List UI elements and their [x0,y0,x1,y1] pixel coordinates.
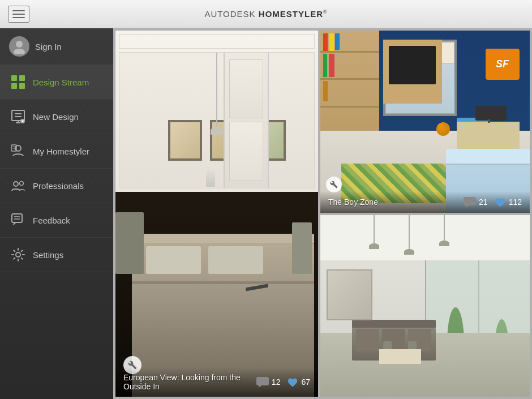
wall-art-content [328,271,371,319]
hamburger-line-1 [12,10,25,11]
sf-giants-logo: SF [486,49,520,80]
picture-1 [168,120,202,161]
chair-left [115,212,144,274]
trademark-symbol: ® [323,9,328,15]
ceiling-area [115,31,318,192]
svg-point-0 [16,41,23,48]
feedback-icon [9,211,27,229]
main-like-count: 67 [301,377,310,387]
book-3 [335,33,340,50]
pillow-2 [208,246,263,274]
modern-ceiling [320,215,530,260]
bed-stripe-1 [132,281,314,284]
pendant-1 [374,215,375,243]
heart-icon-2 [495,197,506,207]
shade-3 [439,241,449,246]
settings-label: Settings [33,250,63,260]
headboard [132,234,314,243]
sidebar-item-design-stream[interactable]: Design Stream [0,65,113,100]
main-card-stats: 12 67 [256,377,310,387]
heart-icon [287,377,298,387]
shade-1 [369,243,379,249]
new-design-label: New Design [33,112,79,122]
hamburger-line-3 [12,17,25,18]
svg-marker-25 [259,385,261,387]
shelf-2 [320,78,379,80]
sidebar: Sign In Design Stream [0,28,113,399]
dining-table [379,349,421,364]
door [224,53,269,188]
book-6 [323,81,328,101]
main-card-title: European View: Looking from the Outside … [123,373,256,391]
dining-chair-1 [383,341,392,349]
door-panel-bottom [229,122,263,181]
sidebar-item-new-design[interactable]: New Design [0,100,113,134]
dresser [383,40,442,104]
boy-zone-card-info: The Boy Zone 21 112 [320,191,530,213]
boy-zone-like-stat: 112 [495,197,522,207]
cushion-1 [356,329,379,352]
boy-zone-comment-stat: 21 [464,197,488,207]
svg-rect-2 [11,75,17,81]
pendant-2 [409,215,410,249]
svg-rect-4 [11,83,17,89]
professionals-label: Professionals [33,181,84,191]
boy-zone-card-stats: 21 112 [464,197,522,207]
top-panel [119,34,315,49]
hamburger-button[interactable] [8,6,29,23]
sidebar-item-professionals[interactable]: Professionals [0,169,113,203]
my-homestyler-label: My Homestyler [33,147,89,156]
main-room-scene [115,31,318,397]
svg-rect-24 [256,377,269,385]
design-grid: European View: Looking from the Outside … [113,28,532,399]
boy-zone-comment-count: 21 [479,198,488,207]
svg-rect-5 [19,83,25,89]
my-homestyler-icon [9,142,27,160]
app-title-main: HOMESTYLER [259,9,323,19]
sidebar-item-settings[interactable]: Settings [0,238,113,272]
main-comment-count: 12 [272,377,281,387]
shade-2 [404,249,414,255]
bed-pillow-area [446,149,530,165]
boy-zone-card-title: The Boy Zone [328,198,378,207]
book-1 [323,33,328,51]
user-icon [11,38,27,54]
vase [206,170,215,187]
dining-chair-2 [408,341,417,349]
door-panel-top [229,59,263,118]
main-card-info: European View: Looking from the Outside … [115,367,318,397]
pendant-shade [211,127,223,135]
comment-bubble-icon [256,377,269,387]
design-card-main[interactable]: European View: Looking from the Outside … [115,31,318,397]
dark-floor [115,192,318,397]
pendant-3 [444,215,445,241]
svg-point-18 [14,182,18,186]
sign-in-item[interactable]: Sign In [0,28,113,65]
main-like-stat: 67 [287,377,310,387]
design-card-modern[interactable] [320,215,530,397]
monitor [475,106,507,121]
sidebar-item-my-homestyler[interactable]: My Homestyler [0,134,113,169]
sidebar-item-feedback[interactable]: Feedback [0,203,113,238]
wall-art-modern [327,269,372,320]
new-design-icon [9,108,27,126]
svg-point-1 [14,49,25,54]
book-5 [329,54,334,77]
pendant-cord [216,53,217,127]
design-stream-icon [9,73,27,91]
shelf-1 [320,51,379,53]
main-content: Sign In Design Stream [0,28,532,399]
sofa-back [352,320,436,328]
book-4 [323,54,327,77]
side-table [292,222,312,274]
svg-rect-3 [19,75,25,81]
svg-marker-27 [466,205,469,207]
book-on-bed [246,284,268,291]
design-card-boy-zone[interactable]: SF [320,31,530,213]
shelf-3 [320,106,379,108]
avatar [9,36,29,57]
feedback-label: Feedback [33,216,70,225]
wrench-icon-sm [330,181,338,188]
boy-zone-wrench-button[interactable] [326,177,342,192]
design-stream-label: Design Stream [33,78,89,87]
